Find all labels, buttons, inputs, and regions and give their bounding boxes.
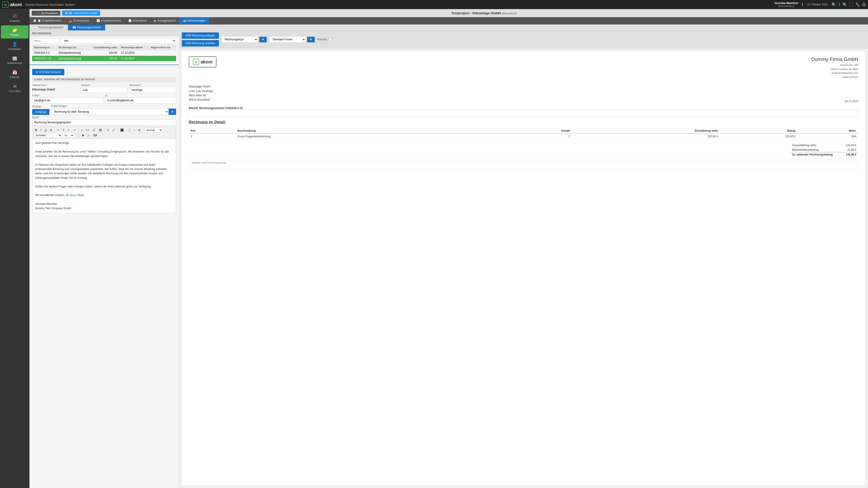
underline-button[interactable]: U	[43, 128, 48, 132]
cc-input[interactable]	[105, 97, 176, 103]
note-textarea[interactable]	[191, 161, 856, 169]
format-button[interactable]: ⌨	[92, 133, 98, 138]
zoom-out-icon[interactable]: 🔍	[843, 2, 847, 7]
invoice-preview: q akoni Dummy Firma GmbH DrachenStr. 150…	[181, 51, 866, 486]
sidebar-item-kalender[interactable]: 📅 Kalender	[1, 67, 29, 81]
unternehmen-icon: 🏢	[12, 56, 17, 61]
invoice-datum: 17.10.2023	[119, 50, 149, 56]
email-send-button[interactable]: ✉ ✉ E-Mail Versand	[32, 69, 64, 75]
vorname-label: Vorname *	[81, 84, 127, 86]
email-group: E-Mail *	[32, 94, 103, 103]
nachname-input[interactable]	[129, 87, 176, 93]
header-select[interactable]: Rechnungskopf	[222, 36, 258, 42]
preview-logo-icon: q	[193, 59, 199, 65]
content-area: RECHNUNGEN Alle Standardrechnung Rechn	[29, 31, 868, 488]
invoices-table: Rechnungsnr. Rechnungs Art Gesamtbetrag …	[32, 45, 176, 61]
bold-button[interactable]: B	[34, 128, 38, 132]
table-filter-row: Alle Standardrechnung	[32, 38, 176, 43]
zoom-in-icon[interactable]: 🔍	[832, 2, 836, 7]
tab-anzeigenportal[interactable]: ▶ Anzeigenportal	[151, 17, 179, 24]
vorname-input[interactable]	[81, 87, 127, 93]
user-name: Veronika Mannfort	[774, 2, 798, 5]
tab-icon: 💳	[183, 19, 187, 22]
subtab-rechnungsversand[interactable]: 📧 Rechnungsversand	[68, 25, 105, 30]
aufgaben-icon: ☑	[13, 13, 17, 19]
body-line1: Sehr geehrte Frau Verdröge.	[35, 141, 173, 145]
italic-button[interactable]: I	[39, 128, 42, 132]
randlos-checkbox[interactable]	[329, 38, 332, 41]
back-to-projects-button[interactable]: ← ← Zur Projektliste	[32, 11, 60, 16]
tab-projektfortschritt[interactable]: 📈 Projektfortschritt	[93, 17, 125, 24]
settings-icon[interactable]: 🔧	[855, 2, 860, 7]
invoice-nr: P202310-1-2	[32, 50, 57, 56]
tab-profilversand[interactable]: 📤 Profilversand	[65, 17, 93, 24]
undo-button[interactable]: ↩	[66, 128, 71, 132]
tax-row: Mehrwertsteuerbetrag 22,80 €	[790, 148, 858, 152]
akoni-brand: akoni	[70, 193, 77, 197]
col-betrag: Betrag	[720, 128, 798, 134]
pdf-create-button[interactable]: PDF-Rechnung anlegen	[182, 32, 219, 39]
header-select-dropdown-button[interactable]: ▼	[259, 37, 267, 42]
unternehmen-value: Kläranlage GmbH	[32, 87, 79, 92]
font-size-select[interactable]: Gr... 12 14	[63, 133, 74, 138]
tab-projektubersicht[interactable]: 📋 📋 Projektübersicht	[29, 17, 65, 24]
toolbar-separator	[54, 128, 55, 132]
sidebar-item-label: Projekte	[10, 34, 19, 36]
pdf-view-button[interactable]: PDF-Rechnung ansehen	[182, 40, 219, 47]
sidebar-item-unternehmen[interactable]: 🏢 Unternehmen	[1, 54, 29, 67]
play-button[interactable]: ▶	[81, 133, 86, 138]
sidebar-item-post-office[interactable]: ✉ Post Office	[1, 82, 29, 95]
invoice-type-filter[interactable]: Alle Standardrechnung	[61, 38, 176, 43]
font-family-select[interactable]: Schriftart Arial Times New Roman	[34, 133, 62, 138]
invoice-filter-input[interactable]	[32, 38, 59, 43]
table-row[interactable]: P202310-1-2 Standardrechnung 120,00 17.1…	[32, 50, 176, 56]
invoice-betrag: 120,00	[87, 50, 119, 56]
total-net-row: Gesamtbetrag netto 120,00 €	[790, 143, 858, 148]
fullscreen-icon[interactable]: ⛶	[849, 2, 853, 7]
align-right-button[interactable]: ▪	[132, 128, 136, 132]
tab-icon: 📄	[128, 19, 132, 22]
copy-button[interactable]: ⎘	[61, 128, 66, 132]
cut-button[interactable]: ✂	[56, 128, 61, 132]
invoice-nr: P202310-1-15	[32, 56, 57, 61]
play2-button[interactable]: ▷	[86, 133, 91, 138]
footer-select[interactable]: Standard-Footer	[270, 36, 306, 42]
list-ol-button[interactable]: 1≡	[85, 128, 90, 132]
projekte-icon: 📁	[12, 28, 17, 33]
template-dropdown-button[interactable]: ▼	[168, 109, 176, 115]
subject-textarea[interactable]	[189, 110, 858, 117]
list-ul-button[interactable]: ≡	[80, 128, 84, 132]
highlight-button[interactable]: 🖊	[111, 128, 117, 132]
company-details-button[interactable]: 🏢 🏢 Unternehmens Details	[62, 10, 100, 16]
font-color-button[interactable]: A	[105, 128, 111, 132]
tab-abrechnungen[interactable]: 💳 Abrechnungen	[180, 17, 209, 24]
link-button[interactable]: 🔗	[91, 128, 97, 132]
strikethrough-button[interactable]: S	[49, 128, 53, 132]
table-row[interactable]: P202310-1-15 Standardrechnung 120,00 17.…	[32, 56, 176, 61]
form-row-names: Unternehmen * Kläranlage GmbH Vorname *	[32, 84, 176, 93]
subtab-rechnungsubersicht[interactable]: 🧾 Rechnungsübersicht	[29, 25, 68, 30]
align-left-button[interactable]: ⬛	[119, 128, 125, 132]
template-select[interactable]: Rechnung für telef. Beratung	[51, 109, 168, 115]
expand-editor-button[interactable]: ⛶	[75, 133, 80, 138]
redo-button[interactable]: ↪	[72, 128, 77, 132]
footer-select-dropdown-button[interactable]: ▼	[307, 37, 315, 42]
email-body-editor[interactable]: Sehr geehrte Frau Verdröge. Anbei erhalt…	[32, 139, 176, 213]
preview-subject: Betreff: Rechnungsnummer P202310-1-15	[189, 106, 858, 117]
sidebar-item-projekte[interactable]: 📁 Projekte	[1, 25, 29, 38]
sidebar-item-kandidaten[interactable]: 👤 Kandidaten	[1, 39, 29, 53]
tab-dokumente[interactable]: 📄 Dokumente	[125, 17, 151, 24]
email-input[interactable]	[32, 97, 103, 103]
power-icon[interactable]: ⏻	[862, 2, 866, 7]
betreff-label: Betreff	[32, 116, 176, 119]
col-anzahl: Anzahl	[503, 128, 572, 134]
align-center-button[interactable]: ⬜	[126, 128, 132, 132]
sidebar-item-aufgaben[interactable]: ☑ Aufgaben	[1, 11, 29, 25]
anhaenge-button[interactable]: Anhänge	[32, 109, 50, 115]
betreff-input[interactable]	[32, 119, 176, 125]
table-button[interactable]: ⊞	[137, 128, 142, 132]
left-panel: RECHNUNGEN Alle Standardrechnung Rechn	[29, 31, 179, 488]
col-betrag: Gesamtbetrag netto	[87, 45, 119, 50]
paragraph-style-select[interactable]: Normal Heading 1 Heading 2	[144, 128, 163, 132]
image-button[interactable]: 🖼	[98, 128, 103, 132]
